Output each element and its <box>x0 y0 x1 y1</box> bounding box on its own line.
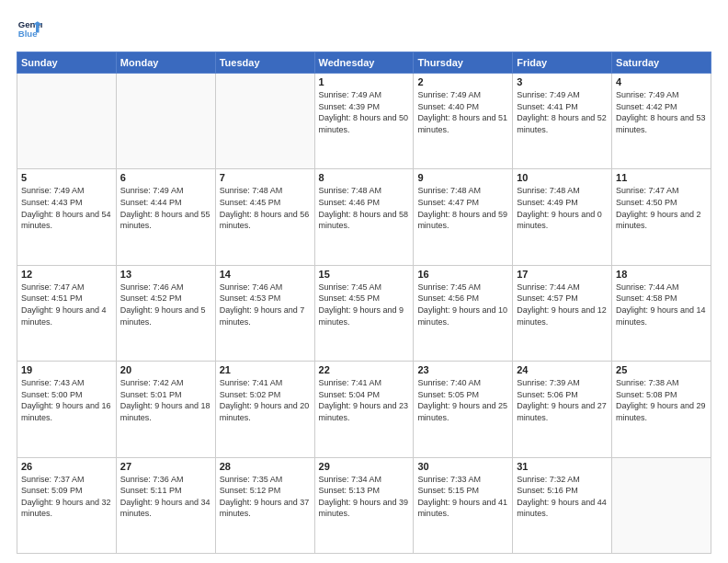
day-info: Sunrise: 7:44 AM Sunset: 4:57 PM Dayligh… <box>517 282 608 327</box>
calendar-page: General Blue SundayMondayTuesdayWednesda… <box>0 0 728 563</box>
calendar-cell: 1Sunrise: 7:49 AM Sunset: 4:39 PM Daylig… <box>314 74 414 169</box>
calendar-cell: 2Sunrise: 7:49 AM Sunset: 4:40 PM Daylig… <box>414 74 513 169</box>
calendar-cell <box>215 74 314 169</box>
day-info: Sunrise: 7:44 AM Sunset: 4:58 PM Dayligh… <box>616 282 707 327</box>
day-info: Sunrise: 7:49 AM Sunset: 4:40 PM Dayligh… <box>417 89 508 135</box>
logo-icon: General Blue <box>17 17 42 42</box>
day-number: 10 <box>517 172 608 183</box>
day-number: 28 <box>220 461 311 472</box>
day-number: 17 <box>517 269 608 280</box>
calendar-cell: 16Sunrise: 7:45 AM Sunset: 4:56 PM Dayli… <box>414 265 513 361</box>
calendar-cell: 28Sunrise: 7:35 AM Sunset: 5:12 PM Dayli… <box>215 457 314 553</box>
calendar-cell: 19Sunrise: 7:43 AM Sunset: 5:00 PM Dayli… <box>17 362 117 457</box>
day-info: Sunrise: 7:48 AM Sunset: 4:47 PM Dayligh… <box>417 185 508 231</box>
calendar-cell: 20Sunrise: 7:42 AM Sunset: 5:01 PM Dayli… <box>116 362 215 457</box>
day-number: 2 <box>417 76 508 87</box>
calendar-cell: 26Sunrise: 7:37 AM Sunset: 5:09 PM Dayli… <box>17 457 117 553</box>
day-number: 3 <box>517 76 608 87</box>
day-info: Sunrise: 7:41 AM Sunset: 5:04 PM Dayligh… <box>319 377 410 423</box>
calendar-cell: 9Sunrise: 7:48 AM Sunset: 4:47 PM Daylig… <box>414 169 513 265</box>
calendar-cell: 29Sunrise: 7:34 AM Sunset: 5:13 PM Dayli… <box>314 457 414 553</box>
calendar-cell: 4Sunrise: 7:49 AM Sunset: 4:42 PM Daylig… <box>612 74 711 169</box>
calendar-cell: 22Sunrise: 7:41 AM Sunset: 5:04 PM Dayli… <box>314 362 414 457</box>
calendar-cell: 13Sunrise: 7:46 AM Sunset: 4:52 PM Dayli… <box>116 265 215 361</box>
calendar-cell: 12Sunrise: 7:47 AM Sunset: 4:51 PM Dayli… <box>17 265 117 361</box>
calendar-week-5: 26Sunrise: 7:37 AM Sunset: 5:09 PM Dayli… <box>17 457 711 553</box>
day-number: 8 <box>319 172 410 183</box>
day-info: Sunrise: 7:48 AM Sunset: 4:45 PM Dayligh… <box>220 185 311 231</box>
day-info: Sunrise: 7:45 AM Sunset: 4:56 PM Dayligh… <box>417 282 508 327</box>
day-info: Sunrise: 7:47 AM Sunset: 4:51 PM Dayligh… <box>21 282 112 327</box>
calendar-cell: 23Sunrise: 7:40 AM Sunset: 5:05 PM Dayli… <box>414 362 513 457</box>
weekday-header-sunday: Sunday <box>17 52 117 74</box>
calendar-cell <box>116 74 215 169</box>
day-info: Sunrise: 7:43 AM Sunset: 5:00 PM Dayligh… <box>21 377 112 423</box>
calendar-cell: 27Sunrise: 7:36 AM Sunset: 5:11 PM Dayli… <box>116 457 215 553</box>
calendar-cell: 31Sunrise: 7:32 AM Sunset: 5:16 PM Dayli… <box>513 457 612 553</box>
weekday-header-monday: Monday <box>116 52 215 74</box>
day-number: 1 <box>319 76 410 87</box>
weekday-header-saturday: Saturday <box>612 52 711 74</box>
day-number: 12 <box>21 269 112 280</box>
day-info: Sunrise: 7:32 AM Sunset: 5:16 PM Dayligh… <box>517 474 608 520</box>
day-number: 20 <box>120 364 211 375</box>
calendar-cell: 25Sunrise: 7:38 AM Sunset: 5:08 PM Dayli… <box>612 362 711 457</box>
day-number: 4 <box>616 76 707 87</box>
day-number: 26 <box>21 461 112 472</box>
day-number: 6 <box>120 172 211 183</box>
calendar-cell: 24Sunrise: 7:39 AM Sunset: 5:06 PM Dayli… <box>513 362 612 457</box>
calendar-cell: 30Sunrise: 7:33 AM Sunset: 5:15 PM Dayli… <box>414 457 513 553</box>
day-number: 18 <box>616 269 707 280</box>
calendar-week-3: 12Sunrise: 7:47 AM Sunset: 4:51 PM Dayli… <box>17 265 711 361</box>
day-info: Sunrise: 7:40 AM Sunset: 5:05 PM Dayligh… <box>417 377 508 423</box>
day-number: 5 <box>21 172 112 183</box>
logo: General Blue <box>17 17 42 42</box>
day-number: 19 <box>21 364 112 375</box>
day-number: 31 <box>517 461 608 472</box>
day-number: 25 <box>616 364 707 375</box>
day-number: 9 <box>417 172 508 183</box>
calendar-cell: 18Sunrise: 7:44 AM Sunset: 4:58 PM Dayli… <box>612 265 711 361</box>
day-number: 29 <box>319 461 410 472</box>
calendar-week-2: 5Sunrise: 7:49 AM Sunset: 4:43 PM Daylig… <box>17 169 711 265</box>
page-header: General Blue <box>17 17 711 42</box>
day-info: Sunrise: 7:49 AM Sunset: 4:42 PM Dayligh… <box>616 89 707 135</box>
day-info: Sunrise: 7:49 AM Sunset: 4:44 PM Dayligh… <box>120 185 211 231</box>
day-number: 30 <box>417 461 508 472</box>
day-number: 14 <box>220 269 311 280</box>
day-info: Sunrise: 7:41 AM Sunset: 5:02 PM Dayligh… <box>220 377 311 423</box>
calendar-cell: 14Sunrise: 7:46 AM Sunset: 4:53 PM Dayli… <box>215 265 314 361</box>
weekday-header-wednesday: Wednesday <box>314 52 414 74</box>
calendar-cell: 6Sunrise: 7:49 AM Sunset: 4:44 PM Daylig… <box>116 169 215 265</box>
day-info: Sunrise: 7:49 AM Sunset: 4:41 PM Dayligh… <box>517 89 608 135</box>
weekday-header-tuesday: Tuesday <box>215 52 314 74</box>
day-info: Sunrise: 7:49 AM Sunset: 4:39 PM Dayligh… <box>319 89 410 135</box>
day-info: Sunrise: 7:39 AM Sunset: 5:06 PM Dayligh… <box>517 377 608 423</box>
calendar-week-4: 19Sunrise: 7:43 AM Sunset: 5:00 PM Dayli… <box>17 362 711 457</box>
weekday-header-row: SundayMondayTuesdayWednesdayThursdayFrid… <box>17 52 711 74</box>
day-info: Sunrise: 7:45 AM Sunset: 4:55 PM Dayligh… <box>319 282 410 327</box>
calendar-table: SundayMondayTuesdayWednesdayThursdayFrid… <box>17 52 711 554</box>
calendar-cell: 8Sunrise: 7:48 AM Sunset: 4:46 PM Daylig… <box>314 169 414 265</box>
day-number: 11 <box>616 172 707 183</box>
calendar-cell: 10Sunrise: 7:48 AM Sunset: 4:49 PM Dayli… <box>513 169 612 265</box>
day-info: Sunrise: 7:35 AM Sunset: 5:12 PM Dayligh… <box>220 474 311 520</box>
calendar-cell: 21Sunrise: 7:41 AM Sunset: 5:02 PM Dayli… <box>215 362 314 457</box>
day-info: Sunrise: 7:46 AM Sunset: 4:52 PM Dayligh… <box>120 282 211 327</box>
calendar-cell: 7Sunrise: 7:48 AM Sunset: 4:45 PM Daylig… <box>215 169 314 265</box>
day-number: 16 <box>417 269 508 280</box>
day-info: Sunrise: 7:48 AM Sunset: 4:49 PM Dayligh… <box>517 185 608 231</box>
day-number: 13 <box>120 269 211 280</box>
day-number: 24 <box>517 364 608 375</box>
day-info: Sunrise: 7:48 AM Sunset: 4:46 PM Dayligh… <box>319 185 410 231</box>
calendar-week-1: 1Sunrise: 7:49 AM Sunset: 4:39 PM Daylig… <box>17 74 711 169</box>
day-info: Sunrise: 7:34 AM Sunset: 5:13 PM Dayligh… <box>319 474 410 520</box>
day-info: Sunrise: 7:47 AM Sunset: 4:50 PM Dayligh… <box>616 185 707 231</box>
day-number: 7 <box>220 172 311 183</box>
day-number: 23 <box>417 364 508 375</box>
weekday-header-thursday: Thursday <box>414 52 513 74</box>
day-info: Sunrise: 7:38 AM Sunset: 5:08 PM Dayligh… <box>616 377 707 423</box>
weekday-header-friday: Friday <box>513 52 612 74</box>
calendar-cell: 17Sunrise: 7:44 AM Sunset: 4:57 PM Dayli… <box>513 265 612 361</box>
day-info: Sunrise: 7:42 AM Sunset: 5:01 PM Dayligh… <box>120 377 211 423</box>
